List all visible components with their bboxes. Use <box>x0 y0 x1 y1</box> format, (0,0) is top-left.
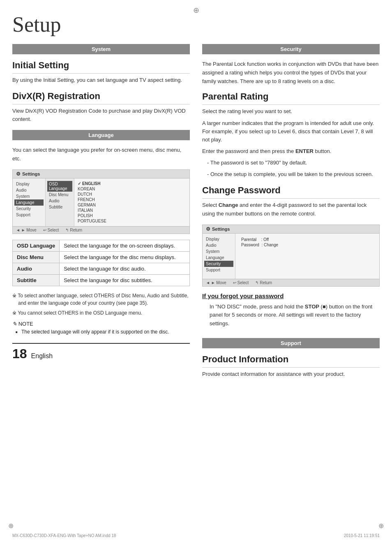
parental-bullet2: - Once the setup is complete, you will b… <box>202 170 380 178</box>
settings-gear-icon-right: ⚙ <box>206 226 210 232</box>
subtitle-desc: Select the language for disc subtitles. <box>60 274 190 286</box>
settings-titlebar-left: ⚙ Settings <box>13 170 189 178</box>
settings-footer-right: ◄ ► Move ↩ Select ↰ Return <box>203 279 379 286</box>
r-menu-audio: Audio <box>204 242 233 248</box>
lang-french: FRENCH <box>78 197 186 202</box>
settings-title-right: Settings <box>212 227 230 232</box>
parental-rating-heading: Parental Rating <box>202 91 380 105</box>
osd-lang-label: OSD Language <box>13 240 60 251</box>
main-content: System Initial Setting By using the Init… <box>12 44 380 385</box>
parental-bullet1: - The password is set to "7890" by defau… <box>202 159 380 167</box>
parental-label: Parental <box>241 237 256 242</box>
table-row: Audio Select the language for disc audio… <box>13 263 190 274</box>
forgot-heading: If you forgot your password <box>202 292 380 299</box>
divx-body: View DivX(R) VOD Registration Code to pu… <box>12 107 190 123</box>
change-password-heading: Change Password <box>202 185 380 199</box>
parental-rating-section: Parental Rating Select the rating level … <box>202 91 380 178</box>
change-bold: Change <box>219 202 238 208</box>
note-2: You cannot select OTHERS in the OSD Lang… <box>12 309 190 317</box>
menu-display: Display <box>14 181 44 187</box>
left-column: System Initial Setting By using the Init… <box>12 44 190 385</box>
page-footer: MX-C630D-C730D-XFA-ENG-With Tape+NO AM.i… <box>0 533 392 538</box>
settings-mid-menu: OSD Language Disc Menu Audio Subtitle <box>46 178 74 226</box>
footer-return: ↰ Return <box>65 228 82 232</box>
product-info-body: Provide contact information for assistan… <box>202 370 380 378</box>
change-password-body: Select Change and enter the 4-digit pass… <box>202 201 380 218</box>
settings-content-left: Display Audio System Language Security S… <box>13 178 189 226</box>
settings-footer-left: ◄ ► Move ↩ Select ↰ Return <box>13 226 189 234</box>
forgot-body: In "NO DISC" mode, press and hold the ST… <box>202 303 380 328</box>
settings-gear-icon: ⚙ <box>16 171 21 177</box>
audio-label: Audio <box>13 263 60 274</box>
note-1: To select another language, select OTHER… <box>12 292 190 307</box>
note-label: NOTE <box>18 321 33 327</box>
footer-select: ↩ Select <box>43 228 59 232</box>
parental-value: : Off <box>261 237 269 242</box>
r-footer-select: ↩ Select <box>233 280 249 285</box>
lang-polish: POLISH <box>78 213 186 218</box>
disc-menu-label: Disc Menu <box>13 251 60 263</box>
lang-english: ENGLISH <box>78 181 186 186</box>
parental-body2: A larger number indicates that the progr… <box>202 119 380 144</box>
note-heading: ✎ NOTE <box>12 321 190 327</box>
table-row: Subtitle Select the language for disc su… <box>13 274 190 286</box>
page-language: English <box>31 352 53 360</box>
lang-korean: KOREAN <box>78 186 186 192</box>
footer-filename: MX-C630D-C730D-XFA-ENG-With Tape+NO AM.i… <box>12 533 116 538</box>
table-row: OSD Language Select the language for the… <box>13 240 190 251</box>
table-row: Disc Menu Select the language for the di… <box>13 251 190 263</box>
menu-audio: Audio <box>14 187 44 193</box>
crosshair-bl-icon: ⊕ <box>8 522 14 530</box>
page: ⊕ Setup System Initial Setting By using … <box>0 0 392 542</box>
enter-bold: ENTER <box>295 148 314 154</box>
settings-right-panel: Parental : Off Password : Change <box>235 234 379 279</box>
parental-row: Parental : Off <box>241 237 374 242</box>
mid-subtitle: Subtitle <box>47 204 72 210</box>
initial-setting-body: By using the Initial Setting, you can se… <box>12 76 190 84</box>
disc-menu-desc: Select the language for the disc menu di… <box>60 251 190 263</box>
settings-left-menu-right: Display Audio System Language Security S… <box>203 234 235 279</box>
r-menu-language: Language <box>204 255 233 261</box>
settings-title-left: Settings <box>22 171 40 176</box>
settings-titlebar-right: ⚙ Settings <box>203 225 379 234</box>
initial-setting-heading: Initial Setting <box>12 60 190 74</box>
settings-content-right: Display Audio System Language Security S… <box>203 234 379 279</box>
note-icon: ✎ <box>12 321 17 327</box>
lang-italian: ITALIAN <box>78 208 186 213</box>
settings-screenshot-right: ⚙ Settings Display Audio System Language… <box>202 225 380 287</box>
system-bar: System <box>12 44 190 54</box>
parental-rating-body: Select the rating level you want to set.… <box>202 107 380 178</box>
notes-section: To select another language, select OTHER… <box>12 292 190 317</box>
language-intro: You can select the language you prefer f… <box>12 146 190 162</box>
product-info-section: Product Information Provide contact info… <box>202 354 380 378</box>
mid-audio: Audio <box>47 198 72 204</box>
lang-portuguese: PORTUGUESE <box>78 218 186 224</box>
change-body: Select Change and enter the 4-digit pass… <box>202 201 380 218</box>
menu-security: Security <box>14 206 44 212</box>
initial-setting-section: Initial Setting By using the Initial Set… <box>12 60 190 84</box>
menu-language: Language <box>14 199 44 206</box>
menu-support: Support <box>14 212 44 218</box>
crosshair-top-icon: ⊕ <box>193 6 199 15</box>
parental-body1: Select the rating level you want to set. <box>202 107 380 116</box>
settings-left-menu: Display Audio System Language Security S… <box>13 178 46 226</box>
mid-osd: OSD Language <box>47 181 72 192</box>
password-value: : Change <box>261 243 278 247</box>
password-row: Password : Change <box>241 242 374 248</box>
forgot-section: If you forgot your password In "NO DISC"… <box>202 292 380 328</box>
security-bar: Security <box>202 44 380 54</box>
r-menu-system: System <box>204 248 233 255</box>
footer-move: ◄ ► Move <box>16 228 37 232</box>
menu-system: System <box>14 193 44 199</box>
page-title: Setup <box>12 12 380 37</box>
r-menu-display: Display <box>204 236 233 242</box>
support-bar: Support <box>202 338 380 348</box>
audio-desc: Select the language for disc audio. <box>60 263 190 274</box>
parental-body3: Enter the password and then press the EN… <box>202 147 380 155</box>
divx-section: DivX(R) Registration View DivX(R) VOD Re… <box>12 91 190 123</box>
stop-bold: STOP <box>305 303 319 310</box>
note-bullet-1: The selected language will only appear i… <box>12 329 190 335</box>
r-menu-support: Support <box>204 267 233 273</box>
settings-screenshot-left: ⚙ Settings Display Audio System Language… <box>12 169 190 234</box>
right-column: Security The Parental Lock function work… <box>202 44 380 385</box>
